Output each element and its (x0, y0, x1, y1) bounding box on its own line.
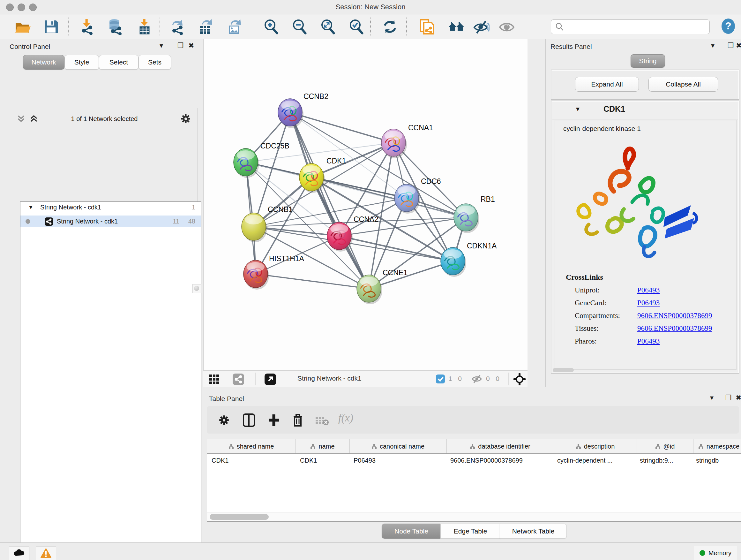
table-cell[interactable]: stringdb (691, 454, 741, 467)
tab-network[interactable]: Network (23, 55, 64, 70)
network-node-CDC6[interactable]: CDC6 (394, 177, 441, 213)
column-header-database-identifier[interactable]: database identifier (447, 439, 554, 453)
help-icon[interactable]: ? (720, 18, 737, 35)
crosslink-row: Compartments:9606.ENSP00000378699 (575, 312, 736, 320)
crosslink-link[interactable]: 9606.ENSP00000378699 (637, 324, 712, 333)
tab-string[interactable]: String (630, 54, 665, 68)
network-node-CCNE1[interactable]: CCNE1 (357, 268, 408, 304)
tab-edge-table[interactable]: Edge Table (441, 523, 500, 539)
import-network-icon[interactable] (79, 18, 95, 35)
cloud-button[interactable] (9, 547, 29, 560)
column-header-name[interactable]: name (296, 439, 350, 453)
main-toolbar: ? (0, 14, 741, 39)
zoom-selected-icon[interactable] (348, 18, 365, 35)
collapse-all-button[interactable]: Collapse All (649, 77, 718, 91)
network-node-CCNA1[interactable]: CCNA1 (381, 124, 433, 159)
panel-float-icon[interactable]: ▾ (710, 394, 714, 402)
string-network-graph[interactable]: CCNB2CCNA1CDC25BCDK1CDC6RB1CCNB1CCNA2CDK… (204, 39, 528, 370)
export-image-icon[interactable] (226, 18, 243, 35)
scrollbar-thumb[interactable] (210, 514, 269, 520)
panel-close-icon[interactable]: ✖ (736, 394, 741, 402)
network-collection-row[interactable]: ▼ String Network - cdk1 1 (20, 202, 201, 215)
detach-view-icon[interactable] (265, 374, 276, 385)
crosslink-link[interactable]: P06493 (637, 337, 660, 346)
table-gear-icon[interactable] (218, 415, 230, 426)
table-hscrollbar[interactable] (207, 512, 741, 521)
warning-button[interactable] (36, 547, 56, 560)
network-canvas[interactable]: CCNB2CCNA1CDC25BCDK1CDC6RB1CCNB1CCNA2CDK… (203, 39, 528, 370)
network-edge[interactable] (369, 261, 453, 289)
save-session-icon[interactable] (43, 18, 59, 35)
column-header-description[interactable]: description (554, 439, 637, 453)
tab-style[interactable]: Style (64, 55, 99, 70)
network-node-HIST1H1A[interactable]: HIST1H1A (244, 254, 305, 290)
column-type-icon (656, 444, 660, 449)
table-cell[interactable]: CDK1 (207, 454, 295, 467)
expand-all-button[interactable]: Expand All (575, 77, 639, 91)
network-node-RB1[interactable]: RB1 (454, 195, 495, 233)
panel-maximize-icon[interactable]: ❒ (178, 42, 184, 50)
crosslink-link[interactable]: 9606.ENSP00000378699 (637, 312, 712, 320)
export-table-icon[interactable] (198, 18, 214, 35)
open-session-icon[interactable] (14, 18, 30, 35)
column-header-label: name (319, 443, 334, 450)
panel-close-icon[interactable]: ✖ (188, 42, 194, 50)
panel-maximize-icon[interactable]: ❒ (728, 42, 734, 50)
column-header--id[interactable]: @id (637, 439, 693, 453)
table-cell[interactable]: cyclin-dependent ... (553, 454, 635, 467)
clear-table-icon[interactable] (315, 416, 329, 426)
collection-expand-icon[interactable]: ▼ (28, 204, 33, 211)
crosslink-link[interactable]: P06493 (637, 286, 660, 294)
table-cell[interactable]: 9606.ENSP00000378699 (446, 454, 553, 467)
zoom-fit-icon[interactable] (320, 18, 336, 35)
import-database-icon[interactable] (107, 18, 123, 35)
selected-checkbox-icon[interactable] (436, 374, 445, 383)
table-cell[interactable]: CDK1 (295, 454, 349, 467)
home-layout-icon[interactable] (448, 18, 465, 35)
import-table-icon[interactable] (136, 18, 153, 35)
tab-select[interactable]: Select (99, 55, 138, 70)
column-type-icon (372, 444, 377, 449)
export-network-icon[interactable] (170, 18, 186, 35)
crosslink-link[interactable]: P06493 (637, 299, 660, 307)
gene-collapse-icon[interactable]: ▼ (575, 106, 581, 113)
panel-float-icon[interactable]: ▾ (711, 42, 715, 50)
zoom-out-icon[interactable] (291, 18, 308, 35)
hide-panels-icon[interactable] (473, 18, 489, 35)
tab-sets[interactable]: Sets (138, 55, 171, 70)
results-hscrollbar[interactable] (553, 368, 574, 372)
grid-view-icon[interactable] (209, 374, 219, 384)
search-input[interactable] (566, 20, 705, 33)
delete-column-icon[interactable] (292, 413, 304, 427)
refresh-icon[interactable] (382, 18, 398, 35)
panel-float-icon[interactable]: ▾ (159, 42, 163, 50)
insert-column-icon[interactable] (243, 413, 255, 427)
tab-node-table[interactable]: Node Table (382, 523, 441, 539)
horizontal-splitter[interactable] (203, 387, 741, 391)
left-splitter-handle[interactable] (192, 284, 201, 293)
gene-section-header[interactable]: ▼ CDK1 (552, 102, 738, 119)
add-row-icon[interactable] (267, 413, 280, 427)
network-node-CCNB2[interactable]: CCNB2 (278, 92, 328, 128)
column-header-shared-name[interactable]: shared name (207, 439, 296, 453)
table-cell[interactable]: stringdb:9... (635, 454, 691, 467)
column-header-canonical-name[interactable]: canonical name (350, 439, 447, 453)
network-edge[interactable] (256, 274, 369, 289)
birdseye-icon[interactable] (514, 373, 526, 385)
network-edge[interactable] (290, 112, 394, 143)
zoom-in-icon[interactable] (263, 18, 280, 35)
show-panels-icon[interactable] (498, 18, 515, 35)
memory-button[interactable]: Memory (694, 546, 737, 560)
network-view-mode-icon[interactable] (232, 374, 244, 385)
table-row[interactable]: CDK1CDK1P064939606.ENSP00000378699cyclin… (207, 454, 741, 467)
network-row[interactable]: String Network - cdk1 11 48 (20, 215, 201, 227)
column-header-namespace[interactable]: namespace (693, 439, 741, 453)
table-cell[interactable]: P06493 (349, 454, 446, 467)
duplicate-network-icon[interactable] (419, 18, 435, 35)
panel-close-icon[interactable]: ✖ (736, 42, 741, 50)
panel-maximize-icon[interactable]: ❒ (725, 394, 732, 402)
network-node-CDKN1A[interactable]: CDKN1A (441, 242, 497, 277)
network-options-gear-icon[interactable] (180, 113, 191, 124)
function-builder-icon[interactable]: f(x) (338, 412, 353, 424)
tab-network-table[interactable]: Network Table (500, 523, 567, 539)
